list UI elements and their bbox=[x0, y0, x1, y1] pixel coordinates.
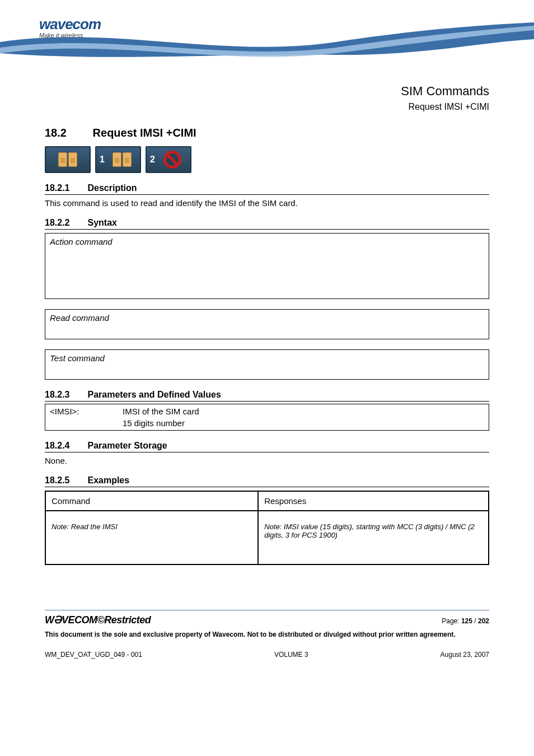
subsection-syntax: 18.2.2 Syntax bbox=[45, 218, 489, 230]
footer-docid: WM_DEV_OAT_UGD_049 - 001 bbox=[45, 651, 142, 659]
col-command: Command bbox=[45, 491, 258, 511]
footer-volume: VOLUME 3 bbox=[274, 651, 308, 659]
table-header-row: Command Responses bbox=[45, 491, 489, 511]
test-command-box: Test command bbox=[45, 349, 489, 380]
table-row: Note: Read the IMSI Note: IMSI value (15… bbox=[45, 511, 489, 564]
subsection-number: 18.2.1 bbox=[45, 183, 85, 193]
storage-text: None. bbox=[45, 456, 489, 465]
subsection-number: 18.2.3 bbox=[45, 390, 85, 400]
read-command-box: Read command bbox=[45, 309, 489, 339]
test-command-label: Test command bbox=[50, 353, 484, 363]
subsection-storage: 18.2.4 Parameter Storage bbox=[45, 441, 489, 452]
subsection-description: 18.2.1 Description bbox=[45, 183, 489, 195]
subsection-number: 18.2.4 bbox=[45, 441, 85, 451]
subsection-examples: 18.2.5 Examples bbox=[45, 475, 489, 487]
footer-logo: WƏVECOM bbox=[45, 614, 97, 626]
page-title: SIM Commands bbox=[45, 84, 489, 99]
page-footer: WƏVECOM©Restricted Page: 125 / 202 This … bbox=[45, 610, 489, 659]
subsection-number: 18.2.5 bbox=[45, 475, 85, 486]
page-subtitle: Request IMSI +CIMI bbox=[45, 102, 489, 112]
action-command-box: Action command bbox=[45, 233, 489, 299]
command-note: Note: Read the IMSI bbox=[51, 522, 252, 531]
subsection-title: Examples bbox=[87, 475, 129, 485]
capability-icons-row: 1 2 bbox=[45, 146, 489, 173]
page-header-band: wavecom Make it wireless bbox=[0, 0, 534, 78]
section-title: Request IMSI +CIMI bbox=[93, 127, 196, 139]
icon-badge-1: 1 bbox=[100, 155, 105, 165]
forbidden-icon bbox=[163, 151, 181, 169]
param-line-1: IMSI of the SIM card bbox=[123, 407, 484, 416]
col-responses: Responses bbox=[258, 491, 489, 511]
page-sep: / bbox=[472, 617, 478, 625]
footer-disclaimer: This document is the sole and exclusive … bbox=[45, 631, 489, 638]
sim-slot-1-icon: 1 bbox=[95, 146, 141, 173]
param-key: <IMSI>: bbox=[50, 407, 123, 416]
cell-responses: Note: IMSI value (15 digits), starting w… bbox=[258, 511, 489, 564]
footer-date: August 23, 2007 bbox=[441, 651, 489, 659]
section-heading: 18.2 Request IMSI +CIMI bbox=[45, 127, 489, 139]
response-note: Note: IMSI value (15 digits), starting w… bbox=[264, 522, 483, 539]
subsection-number: 18.2.2 bbox=[45, 218, 85, 228]
header-swoosh bbox=[0, 22, 534, 62]
subsection-title: Parameter Storage bbox=[87, 441, 167, 450]
page-total: 202 bbox=[478, 617, 489, 625]
page-indicator: Page: 125 / 202 bbox=[442, 617, 489, 625]
sim-slot-2-forbidden-icon: 2 bbox=[146, 146, 191, 173]
subsection-parameters: 18.2.3 Parameters and Defined Values bbox=[45, 390, 489, 402]
footer-copyright: ©Restricted bbox=[97, 614, 151, 626]
read-command-label: Read command bbox=[50, 313, 484, 323]
sim-dual-icon bbox=[45, 146, 91, 173]
subsection-title: Description bbox=[87, 183, 137, 193]
subsection-title: Parameters and Defined Values bbox=[87, 390, 221, 399]
cell-command: Note: Read the IMSI bbox=[45, 511, 258, 564]
param-line-2: 15 digits number bbox=[123, 418, 484, 428]
parameters-table: <IMSI>: IMSI of the SIM card 15 digits n… bbox=[45, 404, 489, 431]
section-number: 18.2 bbox=[45, 127, 90, 139]
icon-badge-2: 2 bbox=[150, 155, 155, 165]
subsection-title: Syntax bbox=[87, 218, 116, 227]
page-label: Page: bbox=[442, 617, 461, 625]
action-command-label: Action command bbox=[50, 237, 484, 246]
description-text: This command is used to read and identif… bbox=[45, 198, 489, 208]
examples-table: Command Responses Note: Read the IMSI No… bbox=[45, 491, 489, 565]
page-current: 125 bbox=[461, 617, 472, 625]
